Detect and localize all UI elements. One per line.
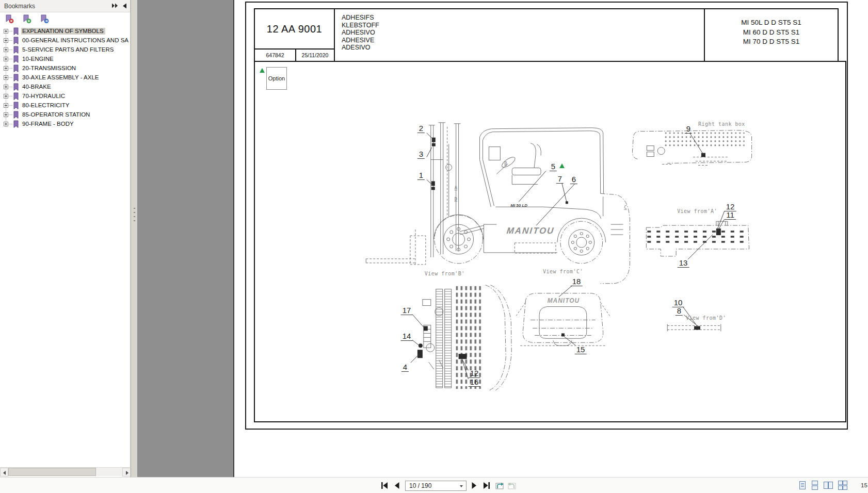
view-from-a: [646, 221, 749, 256]
scroll-left-button[interactable]: [0, 468, 8, 476]
bookmark-item[interactable]: 85-OPERATOR STATION: [0, 110, 130, 120]
view-label: View from'B': [425, 271, 465, 276]
bookmark-item[interactable]: 10-ENGINE: [0, 55, 130, 64]
bookmark-label[interactable]: 70-HYDRAULIC: [21, 93, 67, 100]
bookmark-icon: [13, 64, 19, 73]
bookmarks-panel-title: Bookmarks: [4, 3, 35, 10]
bookmark-item[interactable]: 00-GENERAL INSTRUCTIONS AND SA: [0, 36, 130, 45]
document-viewer-background: 12 AA 9001 647842 25/11/2020 ADHESIFS KL…: [137, 0, 868, 477]
scrollbar-thumb[interactable]: [8, 468, 96, 476]
expand-plus-icon[interactable]: [4, 66, 8, 71]
bookmarks-toolbar: [0, 12, 130, 26]
bookmarks-tree: EXPLANATION OF SYMBOLS 00-GENERAL INSTRU…: [0, 26, 130, 467]
expand-plus-icon[interactable]: [4, 29, 8, 34]
previous-view-button[interactable]: [494, 481, 504, 490]
bookmark-item[interactable]: 20-TRANSMISSION: [0, 64, 130, 73]
part-code-cell: 12 AA 9001: [254, 8, 335, 50]
bookmark-label[interactable]: 85-OPERATOR STATION: [21, 111, 91, 118]
callout-number: 6: [570, 175, 577, 184]
callout-number: 4: [401, 363, 409, 372]
callout-number: 7: [556, 175, 564, 184]
next-view-button[interactable]: [507, 481, 516, 490]
callout-number: 15: [575, 346, 587, 354]
dropdown-caret-icon[interactable]: [460, 485, 463, 487]
callout-number: 14: [401, 332, 413, 341]
grip-dots-icon: [134, 206, 135, 224]
facing-pages-view-icon[interactable]: [824, 481, 833, 490]
last-page-button[interactable]: [482, 481, 491, 490]
bookmark-icon: [13, 46, 19, 54]
page-indicator[interactable]: 10 / 190: [409, 482, 431, 489]
previous-page-button[interactable]: [393, 481, 402, 490]
bookmark-label[interactable]: 90-FRAME - BODY: [21, 121, 75, 127]
single-page-view-icon[interactable]: [799, 481, 806, 490]
expand-plus-icon[interactable]: [4, 94, 8, 98]
next-page-button[interactable]: [470, 481, 479, 490]
delete-bookmark-icon[interactable]: [5, 14, 14, 24]
callout-number: 17: [401, 306, 413, 315]
expand-plus-icon[interactable]: [4, 85, 8, 89]
bookmark-icon: [13, 83, 19, 91]
view-from-b: [417, 285, 511, 390]
expand-plus-icon[interactable]: [4, 75, 8, 80]
pdf-page: 12 AA 9001 647842 25/11/2020 ADHESIFS KL…: [233, 0, 868, 477]
bookmark-icon: [13, 74, 19, 82]
goto-bookmark-icon[interactable]: [40, 14, 49, 24]
collapse-panel-icon[interactable]: [122, 3, 127, 9]
model-line: MI 70 D D ST5 S1: [705, 37, 838, 47]
model-decal: MI 50 LD: [510, 203, 527, 208]
option-triangle-icon: [559, 163, 565, 168]
callout-number: 8: [676, 307, 683, 316]
bookmarks-panel-header: Bookmarks: [0, 0, 130, 12]
expand-plus-icon[interactable]: [4, 38, 8, 43]
continuous-view-icon[interactable]: [811, 481, 818, 490]
bookmark-label[interactable]: 10-ENGINE: [21, 56, 55, 62]
bookmark-item[interactable]: 70-HYDRAULIC: [0, 92, 130, 101]
bookmark-label[interactable]: 80-ELECTRICITY: [21, 102, 71, 109]
expand-plus-icon[interactable]: [4, 103, 8, 108]
status-bar: 10 / 190 15: [0, 477, 868, 493]
section-marker: A: [455, 185, 457, 190]
continuous-facing-view-icon[interactable]: [838, 481, 847, 490]
bookmark-label[interactable]: 20-TRANSMISSION: [21, 65, 77, 72]
bookmark-item[interactable]: EXPLANATION OF SYMBOLS: [0, 27, 130, 36]
part-name-line: ADHESIVO: [342, 29, 704, 37]
bookmark-label[interactable]: EXPLANATION OF SYMBOLS: [21, 28, 105, 35]
bookmark-label[interactable]: 00-GENERAL INSTRUCTIONS AND SA: [21, 37, 130, 44]
part-name-line: ADESIVO: [342, 44, 704, 52]
model-line: MI 60 D D ST5 S1: [705, 28, 838, 38]
expand-plus-icon[interactable]: [4, 112, 8, 117]
add-bookmark-icon[interactable]: [23, 14, 31, 24]
expand-plus-icon[interactable]: [4, 47, 8, 52]
bookmarks-horizontal-scrollbar[interactable]: [0, 467, 131, 476]
doc-number-cell: 647842: [254, 48, 296, 62]
option-legend-box: Option: [266, 67, 287, 90]
drawing-sheet-frame: 12 AA 9001 647842 25/11/2020 ADHESIFS KL…: [245, 2, 848, 430]
panel-resize-handle[interactable]: [131, 0, 137, 477]
callout-number: 5: [550, 162, 557, 171]
brand-decal-rear: MANITOU: [548, 297, 580, 304]
bookmark-icon: [13, 92, 19, 101]
page-navigation: 10 / 190: [380, 478, 516, 493]
expand-plus-icon[interactable]: [4, 122, 8, 126]
bookmark-icon: [13, 55, 19, 63]
bookmark-label[interactable]: 5-SERVICE PARTS AND FILTERS: [21, 46, 115, 53]
bookmark-item[interactable]: 80-ELECTRICITY: [0, 101, 130, 110]
callout-number: 2: [417, 124, 425, 133]
bookmark-item[interactable]: 30-AXLE ASSEMBLY - AXLE: [0, 73, 130, 83]
model-line: MI 50L D D ST5 S1: [705, 18, 838, 28]
bookmark-item[interactable]: 90-FRAME - BODY: [0, 120, 130, 129]
bookmark-icon: [13, 37, 19, 45]
section-marker: C: [624, 205, 626, 210]
scroll-right-button[interactable]: [122, 468, 131, 476]
bookmark-item[interactable]: 5-SERVICE PARTS AND FILTERS: [0, 45, 130, 55]
bookmark-item[interactable]: 40-BRAKE: [0, 83, 130, 92]
bookmark-label[interactable]: 30-AXLE ASSEMBLY - AXLE: [21, 74, 101, 81]
expand-plus-icon[interactable]: [4, 57, 8, 61]
bookmark-label[interactable]: 40-BRAKE: [21, 84, 53, 90]
page-number-combobox[interactable]: 10 / 190: [405, 481, 467, 491]
expand-panels-icon[interactable]: [111, 3, 118, 8]
first-page-button[interactable]: [380, 481, 390, 490]
technical-drawing-svg: MANITOU MI 50 LD: [255, 62, 845, 421]
part-name-line: ADHESIFS: [342, 14, 704, 22]
